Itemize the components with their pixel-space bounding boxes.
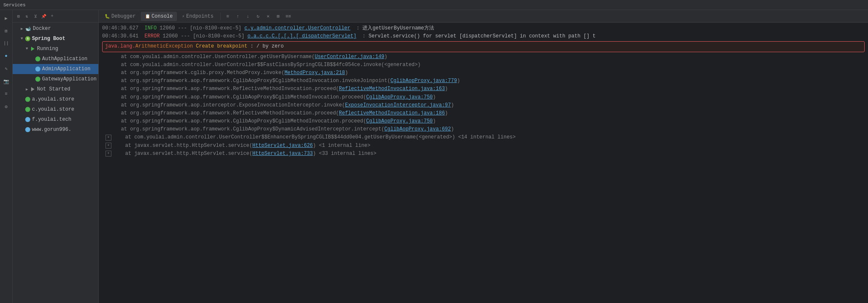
camera-icon-btn[interactable]: 📷 (2, 77, 11, 86)
expand-box-3[interactable]: + (106, 151, 111, 157)
sidebar-item-running[interactable]: ▼ Running (13, 44, 98, 54)
edit-icon-btn[interactable]: ✎ (2, 64, 11, 73)
expand-box-2[interactable]: + (106, 143, 111, 149)
log-pid-1: 12060 --- (160, 24, 190, 32)
action-close-icon[interactable]: ✕ (264, 12, 273, 21)
log-class-2[interactable]: o.a.c.c.C.[.[.].[ dispatcherServlet] (248, 32, 356, 40)
stack-at-9: at org.springframework.aop.framework.Cgl… (109, 117, 366, 125)
tab-endpoints[interactable]: ⚡ Endpoints (178, 12, 218, 21)
tab-debugger-label: Debugger (111, 13, 136, 19)
stack-link-1[interactable]: UserController.java:149 (315, 53, 385, 61)
sidebar-item-gateway[interactable]: ▶ GatewayApplication (13, 74, 98, 84)
not-started-expand-arrow: ▶ (24, 87, 29, 92)
stack-link-6[interactable]: CglibAopProxy.java:750 (366, 93, 433, 101)
console-icon: 📋 (145, 14, 150, 19)
list-icon-btn[interactable]: ≡ (2, 89, 11, 98)
sidebar-item-c-youlai[interactable]: ▶ c.youlai.store (13, 104, 98, 114)
stack-frame-5: at org.springframework.aop.framework.Ref… (102, 85, 865, 93)
exc-prefix: java.lang. (105, 43, 135, 50)
stack-link-4[interactable]: CglibAopProxy.java:779 (390, 77, 457, 85)
sidebar-toolbar: ⊞ ⇅ ⊻ 📌 + (13, 10, 98, 23)
pin-icon[interactable]: 📌 (40, 13, 47, 20)
action-menu-icon[interactable]: ≡ (223, 12, 232, 21)
tab-endpoints-label: Endpoints (186, 13, 214, 19)
stack-at-1: at com.youlai.admin.controller.UserContr… (109, 53, 315, 61)
settings-icon-btn[interactable]: ⚙ (2, 102, 11, 111)
stack-frame-1: at com.youlai.admin.controller.UserContr… (102, 53, 865, 61)
content-toolbar: 🐛 Debugger 📋 Console ⚡ Endpoints ≡ ↑ ↓ ↻… (99, 10, 868, 23)
stack-link-3[interactable]: MethodProxy.java:218 (285, 69, 345, 77)
stack-suffix-5: ) (445, 85, 448, 93)
sidebar-item-docker[interactable]: ▶ 🐋 Docker (13, 24, 98, 34)
stack-suffix-6: ) (433, 93, 436, 101)
console-output[interactable]: 00:46:30.627 INFO 12060 --- [nio-8100-ex… (99, 23, 868, 303)
breakpoint-icon-btn[interactable]: ● (2, 51, 11, 61)
stack-link-9[interactable]: CglibAopProxy.java:750 (366, 117, 433, 125)
sidebar-item-spring-boot[interactable]: ▼ S Spring Boot (13, 34, 98, 44)
stack-at-8: at org.springframework.aop.framework.Ref… (109, 109, 339, 117)
action-scroll-up-icon[interactable]: ↑ (233, 12, 243, 21)
log-line-info: 00:46:30.627 INFO 12060 --- [nio-8100-ex… (102, 24, 865, 32)
log-level-1: INFO (145, 24, 160, 32)
filter-icon[interactable]: ⊻ (32, 13, 39, 20)
stack-collapsed-text-1: at com.youlai.admin.controller.UserContr… (113, 133, 516, 141)
top-bar-title: Services (3, 3, 26, 8)
layout-icon-btn[interactable]: ⊞ (2, 26, 11, 35)
add-icon[interactable]: + (49, 13, 55, 20)
toolbar-separator-1 (220, 13, 221, 20)
f-youlai-label: f.youlai.tech (32, 117, 71, 122)
left-icon-panel: ▶ ⊞ || ● ✎ 📷 ≡ ⚙ (0, 10, 13, 303)
not-started-play-icon (30, 87, 35, 92)
stack-link-7[interactable]: ExposeInvocationInterceptor.java:97 (345, 101, 451, 109)
exc-create-breakpoint[interactable]: Create breakpoint (196, 43, 247, 50)
sidebar-item-auth[interactable]: ▶ AuthApplication (13, 54, 98, 64)
stack-link-5[interactable]: ReflectiveMethodInvocation.java:163 (339, 85, 445, 93)
running-expand-arrow: ▼ (24, 46, 29, 51)
action-settings-icon[interactable]: ≡≡ (284, 12, 293, 21)
stack-suffix-3: ) (345, 69, 348, 77)
expand-box-1[interactable]: + (106, 135, 111, 141)
stack-at-3: at org.springframework.cglib.proxy.Metho… (109, 69, 285, 77)
stack-link-collapsed-3[interactable]: HttpServlet.java:733 (252, 150, 313, 158)
log-class-1[interactable]: c.y.admin.controller.UserController (244, 24, 350, 32)
not-started-label: Not Started (37, 86, 70, 92)
stack-at-2: at com.youlai.admin.controller.UserContr… (109, 61, 421, 69)
action-layout-icon[interactable]: ⊞ (274, 12, 283, 21)
stack-suffix-10: ) (451, 125, 454, 133)
sidebar-item-not-started[interactable]: ▶ Not Started (13, 84, 98, 94)
tab-debugger[interactable]: 🐛 Debugger (100, 12, 140, 21)
tab-console[interactable]: 📋 Console (141, 12, 177, 21)
run-icon-btn[interactable]: ▶ (2, 13, 11, 23)
stack-collapsed-suffix-2: ) <1 internal line> (313, 142, 370, 150)
stack-frame-8: at org.springframework.aop.framework.Ref… (102, 109, 865, 117)
main-container: ▶ ⊞ || ● ✎ 📷 ≡ ⚙ ⊞ ⇅ ⊻ 📌 + ▶ 🐋 Docker ▼ (0, 10, 868, 303)
stack-frame-2: at com.youlai.admin.controller.UserContr… (102, 61, 865, 69)
sidebar-item-gorun[interactable]: ▶ www.gorun996. (13, 125, 98, 135)
stack-frame-3: at org.springframework.cglib.proxy.Metho… (102, 69, 865, 77)
sidebar-item-a-youlai[interactable]: ▶ a.youlai.store (13, 94, 98, 104)
stack-frame-7: at org.springframework.aop.interceptor.E… (102, 101, 865, 109)
sidebar-item-f-youlai[interactable]: ▶ f.youlai.tech (13, 114, 98, 125)
sort-icon[interactable]: ⇅ (24, 13, 30, 20)
group-icon[interactable]: ⊞ (15, 13, 22, 20)
pause-icon-btn[interactable]: || (2, 39, 11, 48)
action-refresh-icon[interactable]: ↻ (253, 12, 263, 21)
stack-collapsed-suffix-3: ) <33 internal lines> (313, 150, 376, 158)
stack-link-10[interactable]: CglibAopProxy.java:692 (384, 125, 451, 133)
exc-sep-msg: : / by zero (247, 43, 283, 50)
stack-suffix-7: ) (451, 101, 454, 109)
spring-boot-icon: S (25, 36, 30, 41)
sidebar-item-admin[interactable]: ▶ AdminApplication (13, 64, 98, 74)
exc-type: ArithmeticException (135, 43, 193, 50)
stack-at-4: at org.springframework.aop.framework.Cgl… (109, 77, 390, 85)
stack-link-collapsed-2[interactable]: HttpServlet.java:626 (252, 142, 313, 150)
log-sep-2: : (356, 32, 369, 40)
stack-collapsed-text-3: at javax.servlet.http.HttpServlet.servic… (113, 150, 252, 158)
stack-collapsed-3: + at javax.servlet.http.HttpServlet.serv… (102, 150, 865, 158)
log-thread-1: [nio-8100-exec-5] (190, 24, 245, 32)
stack-link-8[interactable]: ReflectiveMethodInvocation.java:186 (339, 109, 445, 117)
action-scroll-down-icon[interactable]: ↓ (243, 12, 253, 21)
spring-boot-expand-arrow: ▼ (19, 36, 24, 41)
content-area: 🐛 Debugger 📋 Console ⚡ Endpoints ≡ ↑ ↓ ↻… (99, 10, 868, 303)
gorun-label: www.gorun996. (32, 127, 71, 133)
